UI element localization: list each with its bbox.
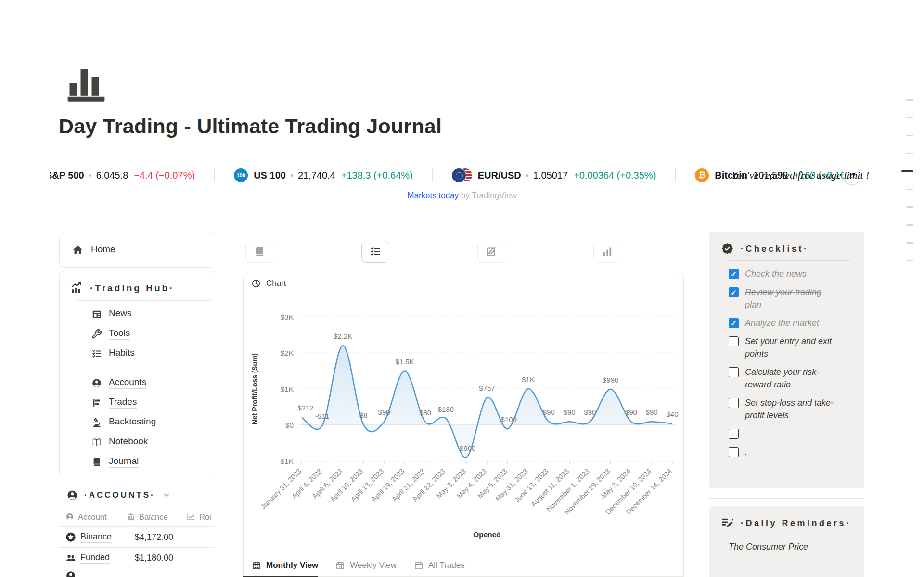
trading-hub-header: ·Trading Hub· [60, 271, 215, 295]
tab-all-trades[interactable]: All Trades [414, 561, 465, 576]
view-tabs: Monthly ViewWeekly ViewAll Trades [243, 554, 684, 577]
sidebar-item-tools[interactable]: Tools [60, 324, 215, 344]
ticker-change: −4.4 (−0.07%) [134, 170, 195, 181]
svg-text:$0: $0 [285, 421, 294, 429]
sidebar-item-notebook[interactable]: Notebook [60, 432, 215, 452]
sidebar-item-backtesting[interactable]: Backtesting [60, 412, 215, 432]
roi-cell [180, 548, 215, 568]
svg-text:$90: $90 [378, 408, 390, 416]
checklist-view-button[interactable] [361, 241, 389, 263]
binance-icon [65, 532, 76, 542]
sidebar-item-habits[interactable]: Habits [60, 344, 215, 363]
checkbox[interactable] [729, 429, 739, 439]
column-header-account[interactable]: Account [59, 507, 120, 526]
svg-text:$80: $80 [419, 409, 431, 417]
checkbox[interactable] [729, 447, 739, 457]
table-row: Binance$4,172.00 [59, 527, 215, 548]
ticker-item-sp500[interactable]: S&P 500 6,045.8 −4.4 (−0.07%) [50, 170, 214, 181]
daily-reminders-panel: ·Daily Reminders· The Consumer Price [709, 506, 864, 577]
checkbox[interactable] [729, 398, 739, 408]
ticker-item-eurusd[interactable]: EUR/USD 1.05017 +0.00364 (+0.35%) [433, 168, 676, 182]
column-header-roi[interactable]: Roi [180, 507, 215, 526]
outline-dash[interactable] [906, 153, 913, 154]
trading-hub-card: ·Trading Hub· NewsToolsHabitsAccountsTra… [59, 271, 215, 479]
sidebar-item-news[interactable]: News [60, 304, 215, 324]
x-axis-title: Opened [473, 530, 501, 539]
account-name: Funded [80, 552, 110, 564]
calendar-icon [252, 561, 261, 570]
svg-text:$90: $90 [625, 408, 637, 416]
sidebar-item-journal[interactable]: Journal [60, 452, 215, 472]
checkbox[interactable] [729, 287, 739, 297]
x-axis-ticks [302, 461, 672, 464]
news-icon [91, 309, 102, 320]
checklist-item-label: Check the news [745, 268, 837, 280]
outline-dash[interactable] [906, 206, 913, 208]
sidebar-item-trades[interactable]: Trades [60, 393, 215, 412]
edit-view-button[interactable] [477, 241, 505, 263]
tab-monthly-view[interactable]: Monthly View [243, 561, 318, 577]
roi-icon [187, 513, 195, 521]
column-header-balance[interactable]: Balance [120, 507, 180, 526]
chart-card-header[interactable]: Chart [244, 272, 683, 295]
outline-dash[interactable] [906, 242, 913, 244]
svg-text:$90: $90 [543, 408, 555, 416]
checklist-item: Check the news [729, 268, 856, 280]
sidebar-item-label: News [109, 308, 132, 320]
checkbox[interactable] [729, 336, 739, 346]
account-cell[interactable]: Funded [59, 548, 120, 568]
page-icon-bar-chart[interactable] [64, 61, 108, 105]
column-label: Roi [199, 513, 211, 522]
checkbox[interactable] [729, 367, 739, 377]
daily-reminders-title: ·Daily Reminders· [741, 517, 852, 529]
svg-text:$990: $990 [603, 376, 618, 384]
pencil-list-icon [721, 516, 734, 529]
divider [709, 498, 864, 499]
accounts-section-header[interactable]: ·ACCOUNTS· [66, 487, 170, 503]
ticker-symbol: US 100 [254, 170, 286, 181]
tab-weekly-view[interactable]: Weekly View [335, 561, 397, 576]
checklist-item-label: . [745, 427, 837, 440]
accounts-table: AccountBalanceRoiBinance$4,172.00Funded$… [59, 507, 215, 577]
checklist-panel: ·Checklist· Check the newsReview your tr… [709, 232, 864, 488]
outline-dash[interactable] [906, 224, 913, 226]
checklist-item: . [729, 446, 856, 458]
ticker-item-us100[interactable]: 100 US 100 21,740.4 +138.3 (+0.64%) [215, 168, 432, 182]
outline-dash[interactable] [901, 170, 913, 172]
outline-dash[interactable] [906, 99, 913, 101]
balance-cell: $4,172.00 [120, 527, 180, 547]
sidebar-item-label: Notebook [109, 436, 148, 448]
svg-text:$90: $90 [564, 408, 576, 416]
dot-separator-icon [89, 174, 91, 177]
pie-chart-icon [251, 279, 261, 288]
account-cell[interactable]: Binance [59, 527, 120, 547]
chart-icon [602, 246, 613, 257]
checklist-item-label: . [745, 446, 837, 458]
page-title: Day Trading - Ultimate Trading Journal [59, 115, 442, 138]
sidebar-item-home[interactable]: Home [60, 232, 215, 267]
usage-limit-notice: You've reached free usage limit ! [732, 169, 869, 181]
chevron-down-icon[interactable] [163, 491, 170, 499]
outline-dash[interactable] [906, 260, 913, 261]
ticker-symbol: EUR/USD [478, 170, 521, 181]
chart-view-button[interactable] [593, 241, 621, 263]
checkbox[interactable] [729, 269, 739, 279]
ticker-price: 21,740.4 [298, 170, 335, 181]
journal-view-button[interactable] [245, 241, 273, 263]
account-cell[interactable] [59, 568, 120, 577]
sidebar-item-label: Habits [109, 347, 135, 359]
sidebar-item-accounts[interactable]: Accounts [60, 373, 215, 393]
page-outline-indicator[interactable] [899, 99, 913, 278]
net-profit-loss-chart[interactable]: $3K$2K$1K$0-$1K$212-$11$2.2K$8$90$1.5K$8… [245, 297, 681, 548]
checklist-item-label: Analyze the market [745, 317, 837, 329]
svg-text:-$11: -$11 [315, 412, 329, 420]
sidebar-item-label: Accounts [109, 377, 146, 389]
markets-today-link[interactable]: Markets today [407, 191, 459, 200]
ticker-change: +0.00364 (+0.35%) [574, 170, 656, 181]
ticker-price: 1.05017 [533, 170, 568, 181]
checkbox[interactable] [729, 318, 739, 328]
open-book-icon [91, 437, 102, 448]
outline-dash[interactable] [906, 135, 913, 136]
outline-dash[interactable] [906, 117, 913, 118]
outline-dash[interactable] [906, 189, 913, 190]
